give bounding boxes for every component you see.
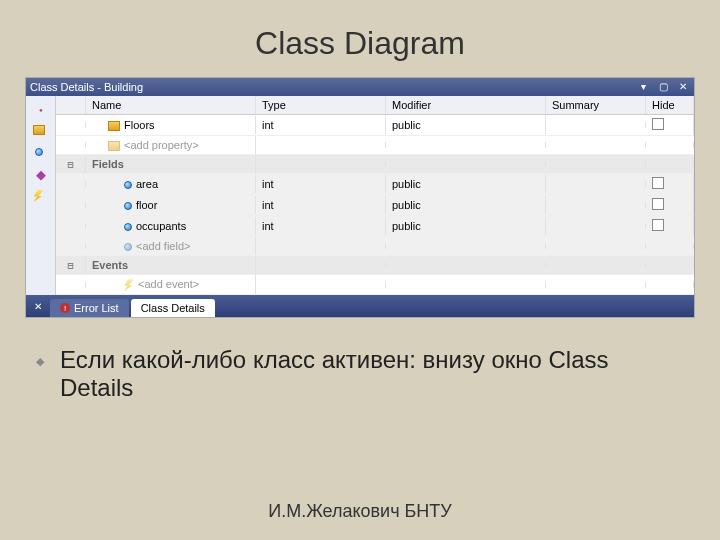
field-icon bbox=[124, 181, 132, 189]
bottom-tabstrip: ✕ ! Error List Class Details bbox=[26, 295, 694, 317]
cell-modifier: public bbox=[386, 196, 546, 214]
table-row[interactable]: area int public bbox=[56, 174, 694, 195]
hide-checkbox[interactable] bbox=[652, 198, 664, 210]
cell-type: int bbox=[256, 196, 386, 214]
collapse-icon[interactable]: ⊟ bbox=[56, 257, 86, 274]
add-property-placeholder: <add property> bbox=[124, 139, 199, 151]
table-row[interactable]: <add event> bbox=[56, 275, 694, 295]
panel-titlebar: Class Details - Building ▾ ▢ ✕ bbox=[26, 78, 694, 96]
bullet-list: Если какой-либо класс активен: внизу окн… bbox=[60, 346, 680, 402]
hide-checkbox[interactable] bbox=[652, 219, 664, 231]
tab-class-details[interactable]: Class Details bbox=[131, 299, 215, 317]
property-icon bbox=[108, 141, 120, 151]
group-label-events: Events bbox=[86, 256, 256, 274]
cell-name: occupants bbox=[136, 220, 186, 232]
tabstrip-close-icon[interactable]: ✕ bbox=[30, 298, 46, 315]
event-icon bbox=[124, 279, 134, 291]
error-icon: ! bbox=[60, 303, 70, 313]
toolbar-property-icon[interactable] bbox=[32, 121, 50, 139]
field-icon bbox=[124, 243, 132, 251]
cell-modifier: public bbox=[386, 175, 546, 193]
cell-type: int bbox=[256, 175, 386, 193]
toolbar-event-icon[interactable] bbox=[32, 187, 50, 205]
tab-label: Error List bbox=[74, 302, 119, 314]
cell-name: floor bbox=[136, 199, 157, 211]
table-row[interactable]: Floors int public bbox=[56, 115, 694, 136]
table-row[interactable]: occupants int public bbox=[56, 216, 694, 237]
class-details-panel: Class Details - Building ▾ ▢ ✕ ⬩ ◆ Name … bbox=[25, 77, 695, 318]
details-grid: Name Type Modifier Summary Hide Floors i… bbox=[56, 96, 694, 295]
add-event-placeholder: <add event> bbox=[138, 278, 199, 290]
toolbar-field-icon[interactable] bbox=[32, 143, 50, 161]
table-row[interactable]: <add property> bbox=[56, 136, 694, 155]
slide-title: Class Diagram bbox=[0, 25, 720, 62]
tab-error-list[interactable]: ! Error List bbox=[50, 299, 129, 317]
cell-modifier: public bbox=[386, 116, 546, 134]
panel-title: Class Details - Building bbox=[30, 81, 630, 93]
footer-text: И.М.Желакович БНТУ bbox=[0, 501, 720, 522]
grid-header: Name Type Modifier Summary Hide bbox=[56, 96, 694, 115]
hide-checkbox[interactable] bbox=[652, 118, 664, 130]
col-hide[interactable]: Hide bbox=[646, 96, 694, 114]
toolbar-class-icon[interactable]: ⬩ bbox=[32, 99, 50, 117]
left-toolbar: ⬩ ◆ bbox=[26, 96, 56, 295]
add-field-placeholder: <add field> bbox=[136, 240, 190, 252]
cell-name: area bbox=[136, 178, 158, 190]
table-row[interactable]: floor int public bbox=[56, 195, 694, 216]
group-label-fields: Fields bbox=[86, 155, 256, 173]
field-icon bbox=[124, 223, 132, 231]
cell-modifier: public bbox=[386, 217, 546, 235]
toolbar-method-icon[interactable]: ◆ bbox=[32, 165, 50, 183]
col-type[interactable]: Type bbox=[256, 96, 386, 114]
field-icon bbox=[124, 202, 132, 210]
property-icon bbox=[108, 121, 120, 131]
col-name[interactable]: Name bbox=[86, 96, 256, 114]
tab-label: Class Details bbox=[141, 302, 205, 314]
table-row[interactable]: <add field> bbox=[56, 237, 694, 256]
col-modifier[interactable]: Modifier bbox=[386, 96, 546, 114]
collapse-icon[interactable]: ⊟ bbox=[56, 156, 86, 173]
dropdown-icon[interactable]: ▾ bbox=[636, 81, 650, 93]
hide-checkbox[interactable] bbox=[652, 177, 664, 189]
pin-icon[interactable]: ▢ bbox=[656, 81, 670, 93]
close-icon[interactable]: ✕ bbox=[676, 81, 690, 93]
bullet-item: Если какой-либо класс активен: внизу окн… bbox=[60, 346, 680, 402]
group-row-events[interactable]: ⊟ Events bbox=[56, 256, 694, 275]
col-summary[interactable]: Summary bbox=[546, 96, 646, 114]
cell-name: Floors bbox=[124, 119, 155, 131]
group-row-fields[interactable]: ⊟ Fields bbox=[56, 155, 694, 174]
cell-type: int bbox=[256, 116, 386, 134]
cell-type: int bbox=[256, 217, 386, 235]
